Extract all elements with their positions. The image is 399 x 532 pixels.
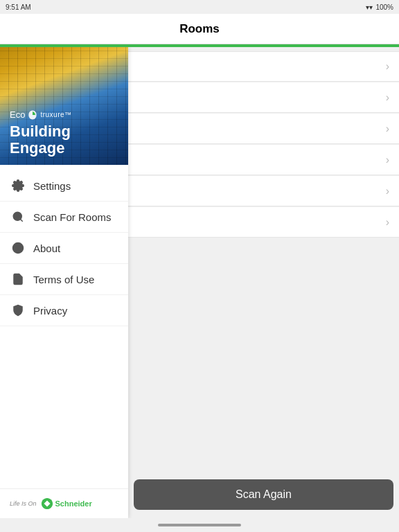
sidebar-header: Eco truxure™ Building Engage <box>0 47 128 165</box>
chevron-right-icon: › <box>386 60 389 73</box>
sidebar-item-privacy[interactable]: Privacy <box>0 295 128 326</box>
home-indicator <box>0 518 399 532</box>
sidebar-menu: Settings Scan For Rooms <box>0 165 128 488</box>
doc-icon <box>11 272 25 286</box>
info-icon <box>11 241 25 255</box>
scan-icon <box>11 210 25 224</box>
app-container: Rooms Eco truxure™ Bui <box>0 14 399 532</box>
room-item[interactable]: › <box>128 176 399 206</box>
schneider-name: Schneider <box>55 499 92 508</box>
room-item[interactable]: › <box>128 114 399 144</box>
status-indicators: ▾▾ 100% <box>366 3 393 11</box>
room-item[interactable]: › <box>128 82 399 113</box>
room-item[interactable]: › <box>128 207 399 238</box>
sidebar-item-scan-for-rooms[interactable]: Scan For Rooms <box>0 202 128 233</box>
battery-level: 100% <box>375 3 393 11</box>
scan-again-button[interactable]: Scan Again <box>134 479 393 510</box>
sidebar-title: Building Engage <box>10 123 118 157</box>
sidebar-terms-label: Terms of Use <box>33 274 94 285</box>
truxure-text: truxure™ <box>40 111 71 118</box>
schneider-logo: Schneider <box>41 497 92 510</box>
sidebar-privacy-label: Privacy <box>33 305 67 317</box>
chevron-right-icon: › <box>386 91 389 104</box>
status-time: 9:51 AM <box>6 3 31 11</box>
life-is-on-text: Life Is On <box>10 500 37 507</box>
leaf-icon <box>27 109 38 121</box>
chevron-right-icon: › <box>386 185 389 197</box>
svg-line-2 <box>20 219 22 221</box>
sidebar-settings-label: Settings <box>33 180 71 192</box>
eco-text: Eco <box>10 109 25 120</box>
sidebar: Eco truxure™ Building Engage <box>0 47 128 518</box>
sidebar-footer: Life Is On Schneider <box>0 488 128 518</box>
scan-again-label: Scan Again <box>236 488 292 501</box>
chevron-right-icon: › <box>386 154 389 166</box>
status-bar: 9:51 AM ▾▾ 100% <box>0 0 399 14</box>
main-content: › › › › › <box>128 47 399 518</box>
sidebar-item-settings[interactable]: Settings <box>0 170 128 202</box>
nav-title: Rooms <box>179 22 220 36</box>
schneider-logo-icon <box>41 497 53 510</box>
content-area: Eco truxure™ Building Engage <box>0 47 399 518</box>
chevron-right-icon: › <box>386 123 389 135</box>
room-item[interactable]: › <box>128 51 399 82</box>
sidebar-about-label: About <box>33 242 60 254</box>
wifi-icon: ▾▾ <box>366 3 373 11</box>
sidebar-item-terms-of-use[interactable]: Terms of Use <box>0 264 128 295</box>
sidebar-brand: Eco truxure™ Building Engage <box>10 109 118 157</box>
chevron-right-icon: › <box>386 216 389 229</box>
svg-point-1 <box>13 212 21 220</box>
brand-eco-row: Eco truxure™ <box>10 109 118 121</box>
sidebar-item-about[interactable]: About <box>0 233 128 264</box>
home-bar <box>158 524 241 526</box>
room-list: › › › › › <box>128 47 399 474</box>
sidebar-scan-label: Scan For Rooms <box>33 211 112 223</box>
nav-bar: Rooms <box>0 14 399 44</box>
shield-icon <box>11 303 25 317</box>
room-item[interactable]: › <box>128 145 399 175</box>
gear-icon <box>11 179 25 193</box>
